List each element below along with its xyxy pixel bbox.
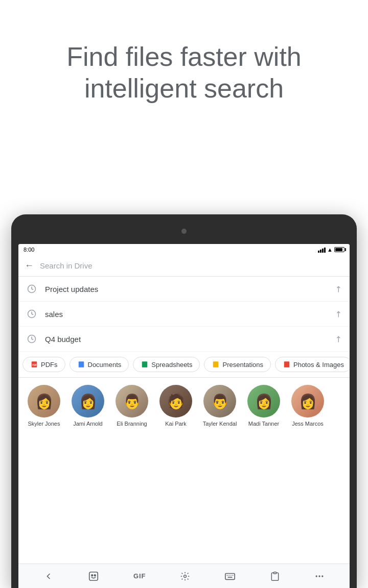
svg-point-13 (184, 575, 187, 577)
history-icon (27, 334, 37, 344)
history-icon (27, 309, 37, 319)
avatar-madi: 👩 (247, 385, 280, 418)
slides-icon (212, 360, 220, 369)
chip-spreadsheets[interactable]: Spreadsheets (133, 357, 200, 372)
person-item[interactable]: 🧑 Kai Park (155, 385, 196, 427)
gif-label: GIF (133, 572, 146, 580)
chip-label-presentations: Presentations (222, 361, 263, 369)
photo-icon (283, 360, 291, 369)
suggestion-text: Q4 budget (45, 335, 335, 344)
person-name-madi: Madi Tanner (248, 421, 279, 427)
chip-label-pdfs: PDFs (41, 361, 58, 369)
avatar-eli: 👨 (116, 385, 148, 418)
person-item[interactable]: 👨 Eli Branning (111, 385, 152, 427)
avatar-tayler: 👨 (203, 385, 236, 418)
person-item[interactable]: 👩 Skyler Jones (24, 385, 64, 427)
person-name-eli: Eli Branning (117, 421, 147, 427)
tablet-screen: 8:00 ▲ ← Search in Drive (18, 244, 350, 588)
suggestion-item[interactable]: Q4 budget ↗ (18, 327, 350, 352)
camera-dot (181, 229, 187, 234)
hero-title: Find files faster with intelligent searc… (31, 41, 337, 105)
emoji-button[interactable] (82, 568, 105, 585)
clipboard-button[interactable] (264, 568, 286, 584)
svg-rect-8 (284, 361, 290, 368)
person-item[interactable]: 👩 Jami Arnold (67, 385, 108, 427)
chip-pdfs[interactable]: PDF PDFs (22, 357, 65, 372)
status-icons: ▲ (318, 247, 344, 253)
gif-button[interactable]: GIF (127, 569, 152, 583)
svg-point-23 (321, 575, 323, 577)
pdf-icon: PDF (30, 360, 38, 369)
person-name-skyler: Skyler Jones (28, 421, 60, 427)
search-input[interactable]: Search in Drive (40, 261, 343, 270)
svg-rect-10 (89, 572, 98, 580)
keyboard-toggle-button[interactable] (218, 568, 242, 585)
svg-text:PDF: PDF (32, 364, 37, 366)
person-item[interactable]: 👩 Madi Tanner (243, 385, 284, 427)
person-name-kai: Kai Park (165, 421, 187, 427)
person-item[interactable]: 👩 Jess Marcos (287, 385, 328, 427)
history-icon (27, 284, 37, 294)
keyboard-back-button[interactable] (37, 568, 60, 584)
person-item[interactable]: 👨 Tayler Kendal (199, 385, 240, 427)
chip-label-documents: Documents (88, 361, 122, 369)
svg-rect-6 (142, 361, 148, 368)
svg-point-22 (318, 575, 320, 577)
more-button[interactable] (308, 568, 331, 584)
doc-icon (77, 360, 85, 369)
keyboard-bar: GIF (18, 564, 350, 588)
avatar-kai: 🧑 (159, 385, 192, 418)
filter-chips-row: PDF PDFs Documents Spreadsheets (18, 352, 350, 378)
svg-rect-7 (213, 361, 219, 368)
svg-point-11 (91, 574, 93, 576)
svg-rect-5 (78, 361, 84, 368)
chip-label-photos: Photos & Images (293, 361, 344, 369)
avatar-jess: 👩 (291, 385, 324, 418)
chip-photos[interactable]: Photos & Images (275, 357, 350, 372)
person-name-jami: Jami Arnold (73, 421, 102, 427)
settings-button[interactable] (174, 568, 196, 584)
suggestion-text: Project updates (45, 285, 335, 293)
svg-point-12 (95, 574, 96, 576)
avatar-skyler: 👩 (28, 385, 60, 418)
avatar-jami: 👩 (72, 385, 104, 418)
svg-rect-14 (225, 573, 235, 579)
person-name-jess: Jess Marcos (292, 421, 324, 427)
svg-rect-20 (273, 572, 276, 573)
suggestions-list: Project updates ↗ sales ↗ Q4 budge (18, 277, 350, 352)
suggestion-item[interactable]: Project updates ↗ (18, 277, 350, 302)
hero-section: Find files faster with intelligent searc… (0, 0, 368, 125)
back-button[interactable]: ← (25, 260, 34, 271)
chip-label-spreadsheets: Spreadsheets (151, 361, 192, 369)
chip-documents[interactable]: Documents (70, 357, 129, 372)
chip-presentations[interactable]: Presentations (204, 357, 271, 372)
sheet-icon (141, 360, 149, 369)
status-bar: 8:00 ▲ (18, 244, 350, 255)
signal-icon (318, 247, 326, 253)
wifi-icon: ▲ (327, 247, 333, 253)
tablet-device: 8:00 ▲ ← Search in Drive (11, 214, 357, 588)
person-name-tayler: Tayler Kendal (203, 421, 237, 427)
suggestion-text: sales (45, 310, 335, 318)
time-display: 8:00 (24, 247, 34, 253)
people-section: 👩 Skyler Jones 👩 Jami Arnold 👨 Eli Brann… (18, 378, 350, 434)
battery-icon (334, 247, 344, 252)
svg-point-21 (315, 575, 317, 577)
suggestion-item[interactable]: sales ↗ (18, 302, 350, 327)
search-bar[interactable]: ← Search in Drive (18, 255, 350, 277)
